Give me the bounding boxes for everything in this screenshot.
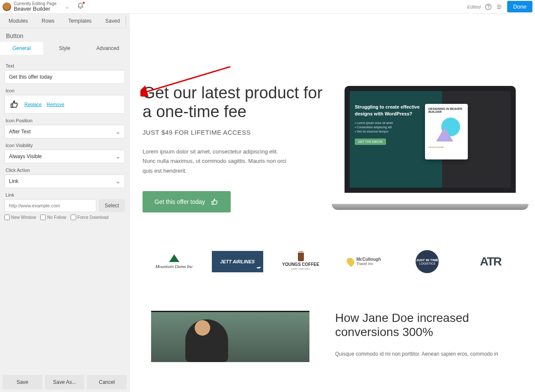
- tab-modules[interactable]: Modules: [9, 18, 28, 24]
- save-as-button[interactable]: Save As...: [45, 375, 85, 389]
- footer-buttons: Save Save As... Cancel: [0, 372, 129, 392]
- icon-position-label: Icon Position: [6, 118, 125, 123]
- icon-remove-link[interactable]: Remove: [47, 102, 64, 107]
- edited-label: Edited: [467, 4, 481, 9]
- tab-templates[interactable]: Templates: [68, 18, 92, 24]
- link-select-button[interactable]: Select: [99, 199, 125, 212]
- logo-mountain-dams: Mountain Dams Inc: [149, 251, 200, 272]
- notifications-icon[interactable]: [77, 3, 84, 11]
- module-title: Button: [0, 28, 129, 42]
- save-button[interactable]: Save: [3, 375, 42, 389]
- icon-replace-link[interactable]: Replace: [24, 102, 42, 107]
- click-action-label: Click Action: [6, 168, 125, 173]
- drag-handle-icon[interactable]: [125, 16, 128, 26]
- settings-sidebar: Button General Style Advanced Text Icon …: [0, 28, 130, 392]
- icon-position-select[interactable]: After Text: [4, 125, 125, 139]
- link-input[interactable]: [4, 199, 96, 212]
- logo-youngs-coffee: YOUNGS COFFEE100% ORGANIC: [275, 251, 327, 272]
- story-section: How Jane Doe increased conversions 300% …: [130, 294, 535, 362]
- laptop-mockup: Struggling to create effective designs w…: [338, 86, 522, 210]
- tab-style[interactable]: Style: [43, 42, 86, 55]
- topbar: Currently Editing Page Beaver Builder ⌄ …: [0, 0, 535, 14]
- logo-just-in-time: JUST IN TIMELOGISTICS: [401, 251, 453, 272]
- chevron-down-icon[interactable]: ⌄: [65, 4, 69, 10]
- hero-subheading: JUST $49 FOR LIFETIME ACCESS: [143, 129, 325, 136]
- tab-saved[interactable]: Saved: [105, 18, 120, 24]
- logo-jett-airlines: JETT AIRLINES: [212, 251, 263, 272]
- force-download-checkbox[interactable]: Force Download: [71, 215, 109, 220]
- help-icon[interactable]: [485, 3, 492, 10]
- cancel-button[interactable]: Cancel: [87, 375, 127, 389]
- icon-picker: Replace Remove: [4, 95, 125, 114]
- story-body: Quisque commodo id mi non porttitor. Aen…: [335, 350, 514, 358]
- settings-panel: Text Icon Replace Remove Icon Position A…: [0, 55, 129, 372]
- page-title: Beaver Builder: [14, 6, 56, 12]
- beaver-logo: [3, 3, 11, 11]
- icon-visibility-label: Icon Visibility: [6, 143, 125, 148]
- cta-button[interactable]: Get this offer today: [143, 191, 231, 212]
- hero-body: Lorem ipsum dolor sit amet, consectetur …: [143, 147, 292, 175]
- cta-label: Get this offer today: [155, 198, 205, 205]
- logo-atr: ATR: [465, 251, 516, 272]
- tab-rows[interactable]: Rows: [42, 18, 54, 24]
- preview-canvas[interactable]: Get our latest product for a one-time fe…: [130, 28, 535, 392]
- svg-point-1: [488, 8, 489, 9]
- story-heading: How Jane Doe increased conversions 300%: [335, 311, 514, 339]
- link-label: Link: [6, 192, 125, 197]
- text-input[interactable]: [4, 70, 125, 84]
- thumbs-up-icon: [211, 198, 219, 206]
- content-tabs: Modules Rows Templates Saved: [0, 14, 130, 28]
- card-title: DESIGNING IN BEAVER BUILDER: [428, 107, 464, 113]
- settings-tabs: General Style Advanced: [0, 42, 129, 55]
- logos-row: Mountain Dams Inc JETT AIRLINES YOUNGS C…: [130, 238, 535, 294]
- tab-general[interactable]: General: [0, 42, 43, 55]
- icon-visibility-select[interactable]: Always Visible: [4, 150, 125, 163]
- hero-section: Get our latest product for a one-time fe…: [130, 28, 535, 238]
- logo-mccullough: McCulloughTravel Inc: [338, 251, 389, 272]
- no-follow-checkbox[interactable]: No Follow: [40, 215, 66, 220]
- click-action-select[interactable]: Link: [4, 174, 125, 188]
- thumbs-up-icon: [10, 100, 19, 109]
- new-window-checkbox[interactable]: New Window: [4, 215, 36, 220]
- tab-advanced[interactable]: Advanced: [86, 42, 129, 55]
- icon-label: Icon: [6, 88, 125, 93]
- page-info[interactable]: Currently Editing Page Beaver Builder: [14, 1, 56, 12]
- done-button[interactable]: Done: [507, 1, 532, 12]
- hero-heading: Get our latest product for a one-time fe…: [143, 84, 325, 121]
- text-label: Text: [6, 63, 125, 68]
- outline-icon[interactable]: [496, 3, 503, 10]
- story-image: [151, 311, 309, 362]
